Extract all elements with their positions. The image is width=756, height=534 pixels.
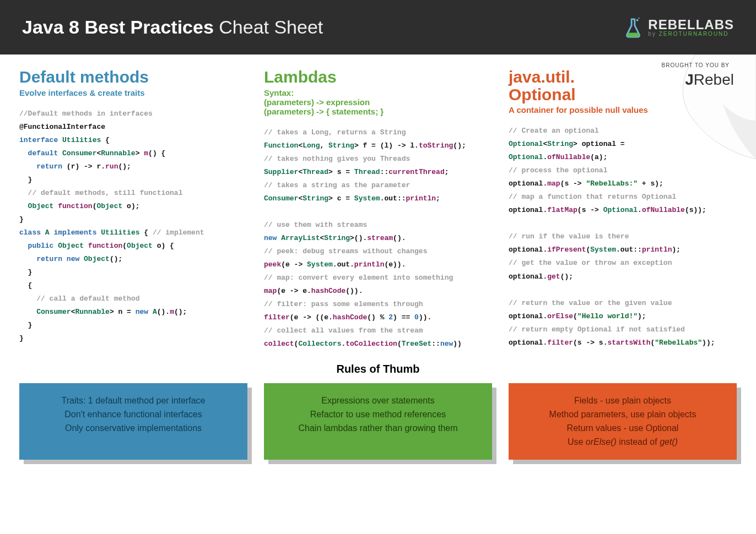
col3-sub: A container for possible null values	[509, 105, 737, 115]
rebellabs-logo: REBELLABS by ZEROTURNAROUND	[623, 17, 734, 38]
rule-line: Return values - use Optional	[521, 422, 725, 435]
rule-line: Use orElse() instead of get()	[521, 435, 725, 449]
col2-title: Lambdas	[264, 68, 492, 86]
col2-sub: Syntax: (parameters) -> expression (para…	[264, 88, 492, 116]
title-bold: Java 8 Best Practices	[22, 17, 214, 37]
rules-title: Rules of Thumb	[0, 363, 756, 375]
header-title: Java 8 Best Practices Cheat Sheet	[22, 17, 323, 38]
rule-line: Chain lambdas rather than growing them	[276, 422, 480, 435]
svg-point-1	[639, 17, 640, 18]
col1-title: Default methods	[19, 68, 247, 86]
rule-line: Don't enhance functional interfaces	[31, 408, 235, 422]
jrebel-logo: JRebel	[685, 71, 734, 89]
rule-box-optional: Fields - use plain objectsMethod paramet…	[509, 383, 737, 460]
column-default-methods: Default methods Evolve interfaces & crea…	[19, 68, 247, 351]
title-light: Cheat Sheet	[214, 17, 323, 37]
rule-line: Refactor to use method references	[276, 408, 480, 422]
flask-icon	[623, 17, 644, 38]
content-area: BROUGHT TO YOU BY JRebel Default methods…	[0, 55, 756, 357]
column-optional: java.util. Optional A container for poss…	[509, 68, 737, 351]
logo-area: REBELLABS by ZEROTURNAROUND	[623, 17, 734, 38]
rule-box-default-methods: Traits: 1 default method per interfaceDo…	[19, 383, 247, 460]
rules-boxes: Traits: 1 default method per interfaceDo…	[0, 383, 756, 476]
rule-line: Traits: 1 default method per interface	[31, 394, 235, 408]
logo-sub-text: by ZEROTURNAROUND	[648, 31, 734, 37]
brought-to-you-label: BROUGHT TO YOU BY	[661, 62, 730, 68]
page-header: Java 8 Best Practices Cheat Sheet REBELL…	[0, 0, 756, 55]
col1-sub: Evolve interfaces & create traits	[19, 88, 247, 97]
rule-box-lambdas: Expressions over statementsRefactor to u…	[264, 383, 492, 460]
column-lambdas: Lambdas Syntax: (parameters) -> expressi…	[264, 68, 492, 351]
rule-line: Only conservative implementations	[31, 422, 235, 435]
rule-line: Expressions over statements	[276, 394, 480, 408]
rule-line: Fields - use plain objects	[521, 394, 725, 408]
svg-point-0	[636, 19, 639, 21]
col3-code: // Create an optional Optional<String> o…	[509, 124, 737, 350]
rule-line: Method parameters, use plain objects	[521, 408, 725, 422]
col2-code: // takes a Long, returns a String Functi…	[264, 126, 492, 351]
col1-code: //Default methods in interfaces @Functio…	[19, 107, 247, 346]
logo-main-text: REBELLABS	[648, 18, 734, 31]
